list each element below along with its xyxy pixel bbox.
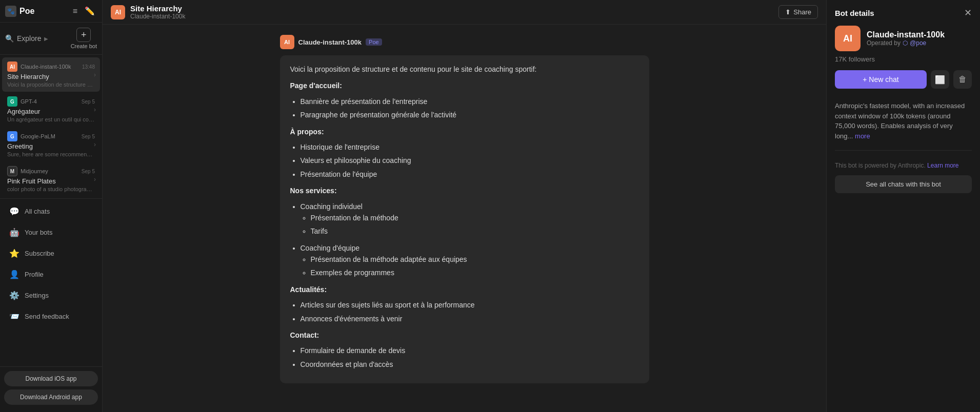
poe-logo-text: Poe — [19, 7, 34, 16]
bot-name-section: Claude-instant-100k Operated by ⬡ @poe — [867, 30, 945, 47]
poe-badge: Poe — [366, 38, 382, 46]
header-info: Site Hierarchy Claude-instant-100k — [130, 4, 185, 20]
sub-list: Présentation de la méthode adaptée aux é… — [311, 254, 639, 279]
create-bot-label: Create bot — [71, 43, 97, 49]
feedback-icon: 📨 — [9, 311, 19, 321]
bookmark-icon: 🗑 — [958, 75, 967, 84]
learn-more-link[interactable]: Learn more — [927, 162, 958, 169]
section-list-0: Bannière de présentation de l'entreprise… — [301, 96, 639, 121]
sidebar-bottom: Download iOS app Download Android app — [0, 366, 102, 412]
see-all-chats-button[interactable]: See all chats with this bot — [835, 175, 972, 193]
list-item: Coordonnées et plan d'accès — [301, 359, 639, 370]
copy-icon: ⬜ — [935, 75, 945, 85]
sidebar: 🐾 Poe ≡ ✏️ 🔍 Explore ▶ + Create bot AI C… — [0, 0, 103, 412]
search-create-area: 🔍 Explore ▶ + Create bot — [0, 23, 102, 55]
poe-op-icon: ⬡ — [903, 39, 908, 47]
chat-icon: 💬 — [9, 206, 19, 216]
list-item: Coaching individuel Présentation de la m… — [301, 201, 639, 237]
download-ios-button[interactable]: Download iOS app — [4, 371, 98, 386]
list-item: Présentation de l'équipe — [301, 169, 639, 180]
copy-button[interactable]: ⬜ — [931, 70, 949, 89]
bookmark-button[interactable]: 🗑 — [953, 70, 972, 89]
section-list-3: Articles sur des sujets liés au sport et… — [301, 299, 639, 324]
avatar: G — [7, 131, 17, 141]
chat-item[interactable]: G GPT-4 Sep 5 › Agrégateur Un agrégateur… — [2, 92, 100, 127]
create-bot-button[interactable]: + Create bot — [71, 28, 97, 49]
chat-preview: Sure, here are some recommendations... — [7, 151, 95, 157]
star-icon: ⭐ — [9, 248, 19, 258]
settings-icon: ⚙️ — [9, 290, 19, 300]
list-item: Paragraphe de présentation générale de l… — [301, 109, 639, 120]
chat-bot-name: Midjourney — [21, 168, 78, 174]
section-title-0: Page d'accueil: — [290, 80, 639, 91]
message-avatar: AI — [280, 35, 294, 49]
list-item: Articles sur des sujets liés au sport et… — [301, 299, 639, 311]
sidebar-top-icons: ≡ ✏️ — [71, 4, 97, 18]
section-title-2: Nos services: — [290, 185, 639, 196]
chat-time: Sep 5 — [82, 134, 95, 139]
search-icon: 🔍 — [5, 34, 14, 43]
sidebar-item-profile[interactable]: 👤 Profile — [2, 264, 100, 284]
powered-by: This bot is powered by Anthropic. Learn … — [835, 162, 972, 169]
edit-button[interactable]: ✏️ — [83, 4, 97, 18]
action-row: + New chat ⬜ 🗑 — [835, 70, 972, 94]
main-header: AI Site Hierarchy Claude-instant-100k ⬆ … — [103, 0, 826, 25]
chat-bot-name: Google-PaLM — [21, 133, 78, 139]
header-avatar: AI — [111, 5, 125, 19]
bot-operated-by: Operated by ⬡ @poe — [867, 39, 945, 47]
description-text: Anthropic's fastest model, with an incre… — [835, 102, 965, 140]
message-intro: Voici la proposition de structure et de … — [290, 64, 639, 75]
list-item: Annonces d'événements à venir — [301, 313, 639, 324]
share-icon: ⬆ — [785, 8, 791, 16]
divider — [0, 198, 102, 199]
message-bot-name: Claude-instant-100k — [298, 38, 362, 46]
list-item: Valeurs et philosophie du coaching — [301, 155, 639, 166]
download-android-button[interactable]: Download Android app — [4, 389, 98, 405]
all-chats-label: All chats — [25, 208, 50, 215]
chat-item[interactable]: AI Claude-instant-100k 13:48 › Site Hier… — [2, 57, 100, 92]
sidebar-item-subscribe[interactable]: ⭐ Subscribe — [2, 243, 100, 263]
bot-name: Claude-instant-100k — [867, 30, 945, 39]
section-title-3: Actualités: — [290, 284, 639, 295]
sub-list-item: Présentation de la méthode adaptée aux é… — [311, 254, 639, 265]
chat-item[interactable]: M Midjourney Sep 5 › Pink Fruit Plates c… — [2, 162, 100, 196]
subscribe-label: Subscribe — [25, 250, 54, 257]
profile-icon: 👤 — [9, 269, 19, 279]
new-chat-button[interactable]: + New chat — [835, 70, 927, 89]
sub-list: Présentation de la méthode Tarifs — [311, 212, 639, 237]
close-panel-button[interactable]: ✕ — [964, 8, 972, 17]
section-list-1: Historique de l'entreprise Valeurs et ph… — [301, 141, 639, 180]
sidebar-item-send-feedback[interactable]: 📨 Send feedback — [2, 306, 100, 326]
section-list-2: Coaching individuel Présentation de la m… — [301, 201, 639, 279]
sidebar-item-all-chats[interactable]: 💬 All chats — [2, 201, 100, 221]
sidebar-item-settings[interactable]: ⚙️ Settings — [2, 285, 100, 305]
bot-info: AI Claude-instant-100k Operated by ⬡ @po… — [835, 26, 972, 51]
chat-time: 13:48 — [82, 64, 95, 70]
profile-label: Profile — [25, 271, 44, 278]
chat-content: AI Claude-instant-100k Poe Voici la prop… — [103, 25, 826, 412]
sidebar-item-your-bots[interactable]: 🤖 Your bots — [2, 222, 100, 242]
chat-title: Greeting — [7, 142, 95, 150]
list-item-text: Coaching individuel — [301, 202, 363, 211]
chat-title: Site Hierarchy — [7, 73, 95, 80]
chat-title: Pink Fruit Plates — [7, 177, 95, 185]
sub-list-item: Tarifs — [311, 225, 639, 237]
avatar: G — [7, 96, 17, 107]
share-button[interactable]: ⬆ Share — [778, 5, 818, 19]
chat-item[interactable]: G Google-PaLM Sep 5 › Greeting Sure, her… — [2, 127, 100, 161]
bot-icon: 🤖 — [9, 227, 19, 237]
list-item: Bannière de présentation de l'entreprise — [301, 96, 639, 107]
sub-list-item: Présentation de la méthode — [311, 212, 639, 223]
more-link[interactable]: more — [855, 132, 870, 140]
create-bot-icon: + — [76, 28, 91, 42]
your-bots-label: Your bots — [25, 229, 52, 236]
menu-button[interactable]: ≡ — [71, 4, 79, 18]
chat-preview: Voici la proposition de structure et de … — [7, 81, 95, 88]
list-item: Formulaire de demande de devis — [301, 345, 639, 356]
list-item-text: Coaching d'équipe — [301, 244, 360, 252]
sidebar-top: 🐾 Poe ≡ ✏️ — [0, 0, 102, 23]
message-container: AI Claude-instant-100k Poe Voici la prop… — [280, 35, 649, 383]
search-area[interactable]: 🔍 Explore ▶ — [5, 34, 48, 43]
operator-label: @poe — [910, 39, 926, 47]
message-bot-header: AI Claude-instant-100k Poe — [280, 35, 649, 49]
